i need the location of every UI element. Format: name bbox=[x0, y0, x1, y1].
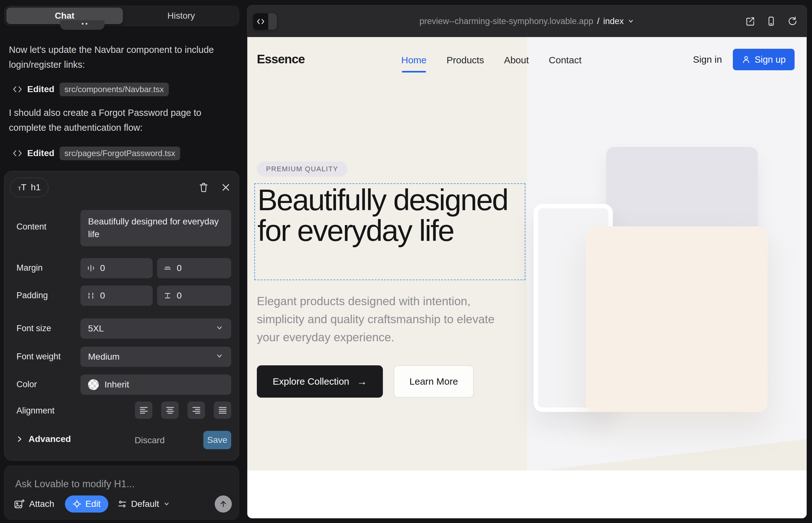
align-right-icon bbox=[192, 406, 201, 415]
content-row: Content Beautifully designed for everyda… bbox=[12, 210, 231, 246]
align-center-button[interactable] bbox=[161, 401, 179, 419]
typography-icon: тT bbox=[18, 182, 26, 193]
margin-y-input[interactable]: 0 bbox=[157, 258, 231, 278]
sign-up-button[interactable]: Sign up bbox=[733, 49, 795, 70]
nav-links: Home Products About Contact bbox=[401, 55, 581, 66]
margin-x-input[interactable]: 0 bbox=[81, 258, 153, 278]
file-badge[interactable]: src/components/Navbar.tsx bbox=[59, 83, 169, 96]
attach-button[interactable]: Attach bbox=[14, 499, 54, 509]
site-navbar: Essence Home Products About Contact Sign… bbox=[247, 37, 807, 85]
padding-vertical-icon bbox=[163, 292, 172, 300]
edited-label: Edited bbox=[27, 148, 54, 158]
file-badge[interactable]: src/pages/ForgotPassword.tsx bbox=[59, 147, 180, 160]
learn-more-button[interactable]: Learn More bbox=[394, 365, 474, 398]
send-button[interactable] bbox=[215, 495, 232, 512]
color-label: Color bbox=[16, 380, 37, 390]
nav-link-products[interactable]: Products bbox=[446, 55, 484, 66]
padding-horizontal-icon bbox=[87, 292, 95, 300]
save-button[interactable]: Save bbox=[203, 431, 231, 449]
browser-toolbar: preview--charming-site-symphony.lovable.… bbox=[247, 5, 807, 37]
sidebar-tabbar: Chat History bbox=[4, 6, 239, 26]
font-weight-row: Font weight Medium bbox=[12, 347, 231, 367]
edit-mode-button[interactable]: Edit bbox=[65, 495, 108, 512]
decorative-card-peach bbox=[586, 227, 768, 412]
chat-composer: Attach Edit Default bbox=[4, 466, 239, 520]
url-domain: preview--charming-site-symphony.lovable.… bbox=[420, 16, 594, 26]
preview-browser: preview--charming-site-symphony.lovable.… bbox=[247, 5, 807, 519]
padding-y-input[interactable]: 0 bbox=[157, 286, 231, 306]
mobile-phone-icon bbox=[766, 16, 777, 26]
align-left-icon bbox=[139, 406, 148, 415]
align-left-button[interactable] bbox=[135, 401, 152, 419]
nav-link-contact[interactable]: Contact bbox=[549, 55, 581, 66]
font-weight-select[interactable]: Medium bbox=[81, 347, 231, 367]
alignment-buttons bbox=[135, 401, 231, 419]
element-editor-panel: тT h1 Content Beautifully designed for e… bbox=[4, 171, 239, 461]
refresh-button[interactable] bbox=[786, 15, 798, 28]
sliders-icon bbox=[118, 500, 127, 508]
transparent-swatch-icon bbox=[88, 379, 99, 390]
align-justify-button[interactable] bbox=[214, 401, 231, 419]
refresh-icon bbox=[787, 16, 797, 26]
chat-sidebar: Chat History Now let's update the Navbar… bbox=[0, 0, 247, 523]
font-size-label: Font size bbox=[16, 324, 51, 333]
dot bbox=[82, 23, 84, 25]
code-icon bbox=[13, 86, 22, 93]
chevron-down-icon bbox=[628, 18, 634, 25]
user-icon bbox=[742, 55, 751, 64]
tab-history[interactable]: History bbox=[125, 7, 237, 24]
arrow-right-icon: → bbox=[357, 376, 367, 387]
h1-selection-outline[interactable]: Beautifully designed for everyday life bbox=[254, 183, 525, 280]
nav-link-home[interactable]: Home bbox=[401, 55, 427, 66]
mobile-view-button[interactable] bbox=[765, 15, 777, 28]
external-link-icon bbox=[745, 16, 756, 26]
url-separator: / bbox=[597, 16, 600, 26]
close-panel-button[interactable] bbox=[218, 180, 233, 195]
alignment-row: Alignment bbox=[12, 401, 231, 420]
chevron-right-icon bbox=[16, 435, 23, 443]
editor-footer: Advanced Discard Save bbox=[12, 431, 231, 451]
content-input[interactable]: Beautifully designed for everyday life bbox=[81, 210, 231, 246]
sign-in-link[interactable]: Sign in bbox=[693, 54, 722, 65]
align-right-button[interactable] bbox=[188, 401, 205, 419]
advanced-toggle[interactable]: Advanced bbox=[16, 434, 71, 444]
color-row: Color Inherit bbox=[12, 375, 231, 395]
alignment-label: Alignment bbox=[16, 406, 54, 416]
align-justify-icon bbox=[218, 406, 227, 415]
hero-cta-group: Explore Collection → Learn More bbox=[257, 365, 474, 398]
explore-collection-button[interactable]: Explore Collection → bbox=[257, 365, 383, 398]
nav-auth: Sign in Sign up bbox=[693, 49, 795, 70]
edited-file-row: Edited src/pages/ForgotPassword.tsx bbox=[13, 146, 180, 160]
toolbar-actions bbox=[744, 5, 798, 37]
padding-x-input[interactable]: 0 bbox=[81, 286, 153, 306]
assistant-message: I should also create a Forgot Password p… bbox=[9, 105, 231, 135]
chevron-down-icon bbox=[215, 352, 224, 362]
chevron-down-icon bbox=[163, 501, 170, 507]
url-bar[interactable]: preview--charming-site-symphony.lovable.… bbox=[247, 5, 807, 37]
site-logo[interactable]: Essence bbox=[257, 52, 305, 66]
scrolled-message-pill bbox=[60, 20, 105, 30]
margin-label: Margin bbox=[16, 263, 43, 273]
delete-element-button[interactable] bbox=[196, 180, 211, 195]
hero-heading[interactable]: Beautifully designed for everyday life bbox=[258, 184, 524, 246]
chevron-down-icon bbox=[215, 324, 224, 334]
align-center-icon bbox=[165, 406, 175, 415]
edited-file-row: Edited src/components/Navbar.tsx bbox=[13, 82, 169, 96]
composer-toolbar: Attach Edit Default bbox=[14, 495, 232, 513]
discard-button[interactable]: Discard bbox=[135, 435, 165, 446]
font-size-select[interactable]: 5XL bbox=[81, 319, 231, 339]
code-icon bbox=[13, 149, 22, 157]
assistant-message: Now let's update the Navbar component to… bbox=[9, 42, 231, 72]
nav-link-about[interactable]: About bbox=[504, 55, 529, 66]
image-plus-icon bbox=[14, 499, 25, 509]
edited-label: Edited bbox=[27, 84, 54, 94]
font-weight-label: Font weight bbox=[16, 352, 61, 362]
model-selector[interactable]: Default bbox=[118, 499, 170, 509]
margin-horizontal-icon bbox=[87, 264, 95, 272]
target-icon bbox=[72, 500, 82, 508]
margin-row: Margin 0 0 bbox=[12, 258, 231, 278]
open-in-new-tab-button[interactable] bbox=[744, 15, 757, 28]
composer-input[interactable] bbox=[15, 476, 224, 492]
color-select[interactable]: Inherit bbox=[81, 375, 231, 395]
padding-label: Padding bbox=[16, 291, 48, 301]
